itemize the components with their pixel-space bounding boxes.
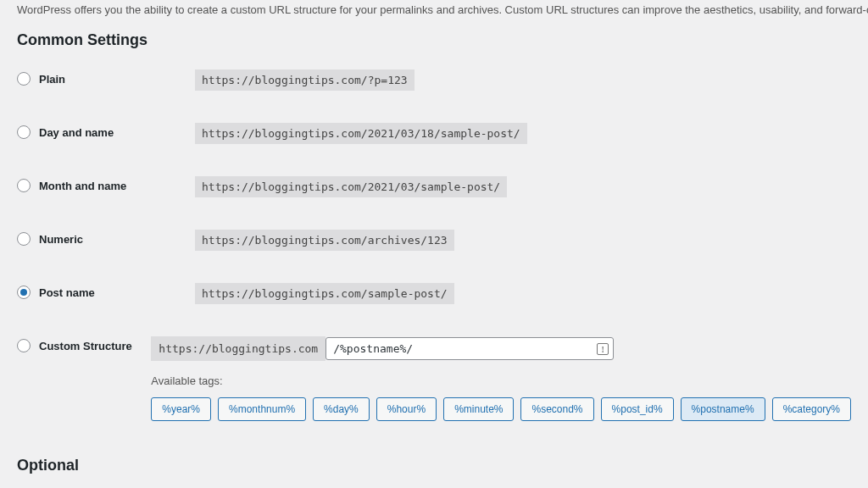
tag-button[interactable]: %category% xyxy=(772,397,851,421)
option-plain-row: Plain https://bloggingtips.com/?p=123 xyxy=(17,69,851,91)
radio-plain[interactable] xyxy=(17,72,31,86)
tag-button[interactable]: %minute% xyxy=(443,397,514,421)
example-post-name: https://bloggingtips.com/sample-post/ xyxy=(195,283,454,304)
option-numeric-row: Numeric https://bloggingtips.com/archive… xyxy=(17,230,851,251)
available-tags-label: Available tags: xyxy=(151,374,851,387)
tag-button[interactable]: %day% xyxy=(313,397,370,421)
custom-structure-input[interactable] xyxy=(326,337,614,360)
tags-container: %year%%monthnum%%day%%hour%%minute%%seco… xyxy=(151,397,851,421)
option-custom-row: Custom Structure https://bloggingtips.co… xyxy=(17,336,851,421)
common-settings-heading: Common Settings xyxy=(17,31,851,49)
radio-custom[interactable] xyxy=(17,339,31,352)
tag-button[interactable]: %postname% xyxy=(681,397,765,421)
tag-button[interactable]: %second% xyxy=(520,397,593,421)
custom-base-url: https://bloggingtips.com xyxy=(151,336,326,361)
intro-text: WordPress offers you the ability to crea… xyxy=(17,0,851,25)
label-day-name[interactable]: Day and name xyxy=(39,126,114,139)
radio-month-name[interactable] xyxy=(17,179,31,192)
tag-button[interactable]: %year% xyxy=(151,397,211,421)
label-post-name[interactable]: Post name xyxy=(39,286,95,299)
option-day-name-row: Day and name https://bloggingtips.com/20… xyxy=(17,123,851,144)
label-numeric[interactable]: Numeric xyxy=(39,233,83,246)
example-plain: https://bloggingtips.com/?p=123 xyxy=(195,69,415,91)
tag-button[interactable]: %hour% xyxy=(376,397,437,421)
example-numeric: https://bloggingtips.com/archives/123 xyxy=(195,230,454,251)
permalink-options: Plain https://bloggingtips.com/?p=123 Da… xyxy=(17,69,851,421)
tag-button[interactable]: %monthnum% xyxy=(218,397,306,421)
label-month-name[interactable]: Month and name xyxy=(39,180,126,192)
label-custom[interactable]: Custom Structure xyxy=(39,340,132,352)
label-plain[interactable]: Plain xyxy=(39,73,65,86)
option-post-name-row: Post name https://bloggingtips.com/sampl… xyxy=(17,283,851,304)
radio-day-name[interactable] xyxy=(17,125,31,139)
example-month-name: https://bloggingtips.com/2021/03/sample-… xyxy=(195,176,507,197)
radio-post-name[interactable] xyxy=(17,286,31,299)
option-month-name-row: Month and name https://bloggingtips.com/… xyxy=(17,176,851,197)
radio-numeric[interactable] xyxy=(17,232,31,246)
example-day-name: https://bloggingtips.com/2021/03/18/samp… xyxy=(195,123,527,144)
optional-heading: Optional xyxy=(17,457,851,474)
tag-button[interactable]: %post_id% xyxy=(601,397,674,421)
